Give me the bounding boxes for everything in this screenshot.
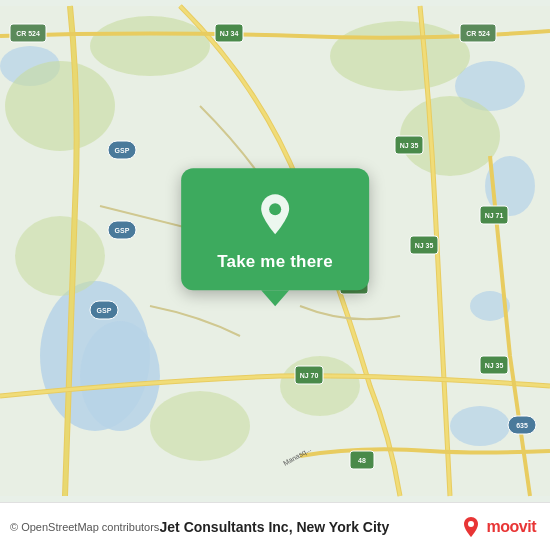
svg-text:NJ 35: NJ 35	[400, 142, 419, 149]
svg-text:NJ 71: NJ 71	[485, 212, 504, 219]
bottom-bar: © OpenStreetMap contributors Jet Consult…	[0, 502, 550, 550]
svg-point-44	[269, 203, 281, 215]
svg-text:NJ 34: NJ 34	[220, 30, 239, 37]
moovit-logo: moovit	[459, 515, 536, 539]
svg-point-14	[280, 356, 360, 416]
app: CR 524 GSP GSP GSP NJ 34 NJ 34 NJ 35 NJ …	[0, 0, 550, 550]
location-pin-icon	[251, 190, 299, 242]
map-container[interactable]: CR 524 GSP GSP GSP NJ 34 NJ 34 NJ 35 NJ …	[0, 0, 550, 502]
osm-copyright: © OpenStreetMap contributors	[10, 521, 159, 533]
svg-point-13	[150, 391, 250, 461]
svg-point-8	[5, 61, 115, 151]
svg-point-12	[15, 216, 105, 296]
svg-point-45	[468, 521, 474, 527]
card-pointer	[261, 290, 289, 306]
take-me-there-label: Take me there	[217, 252, 333, 272]
svg-text:GSP: GSP	[97, 307, 112, 314]
svg-point-2	[80, 321, 160, 431]
svg-text:NJ 70: NJ 70	[300, 372, 319, 379]
svg-point-7	[450, 406, 510, 446]
svg-text:NJ 35: NJ 35	[485, 362, 504, 369]
bottom-left: © OpenStreetMap contributors	[10, 521, 160, 533]
moovit-text: moovit	[487, 518, 536, 536]
svg-text:NJ 35: NJ 35	[415, 242, 434, 249]
svg-text:GSP: GSP	[115, 147, 130, 154]
take-me-there-button[interactable]: Take me there	[181, 168, 369, 290]
svg-text:GSP: GSP	[115, 227, 130, 234]
moovit-icon	[459, 515, 483, 539]
svg-point-10	[330, 21, 470, 91]
location-title: Jet Consultants Inc, New York City	[160, 519, 459, 535]
button-overlay: Take me there	[181, 168, 369, 306]
svg-text:635: 635	[516, 422, 528, 429]
svg-text:CR 524: CR 524	[466, 30, 490, 37]
svg-text:CR 524: CR 524	[16, 30, 40, 37]
svg-text:48: 48	[358, 457, 366, 464]
svg-point-9	[90, 16, 210, 76]
